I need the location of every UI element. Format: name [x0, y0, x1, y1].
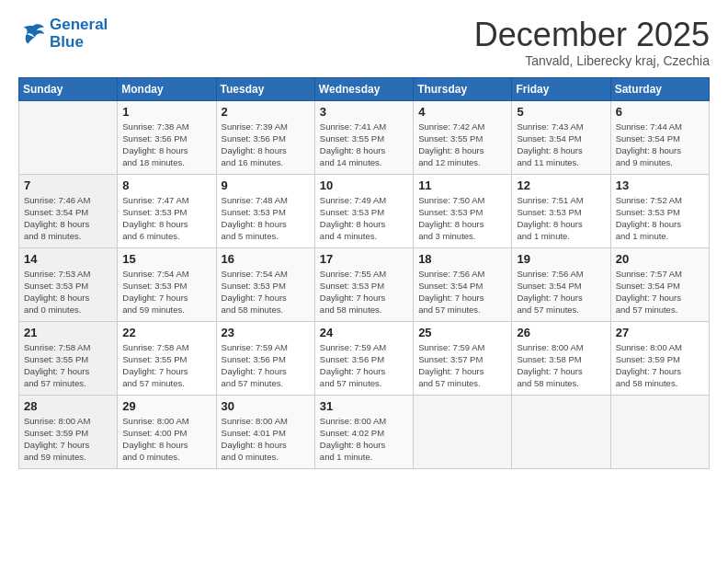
day-info: Sunrise: 8:00 AM Sunset: 4:01 PM Dayligh… — [222, 415, 310, 464]
day-info: Sunrise: 8:00 AM Sunset: 3:59 PM Dayligh… — [616, 341, 704, 390]
day-number: 6 — [616, 105, 704, 119]
table-row — [19, 100, 118, 174]
title-block: December 2025 Tanvald, Liberecky kraj, C… — [474, 17, 710, 68]
table-row: 4Sunrise: 7:42 AM Sunset: 3:55 PM Daylig… — [414, 100, 512, 174]
day-number: 17 — [320, 252, 408, 266]
calendar-week-row: 21Sunrise: 7:58 AM Sunset: 3:55 PM Dayli… — [19, 321, 710, 395]
day-number: 1 — [122, 105, 210, 119]
day-info: Sunrise: 7:57 AM Sunset: 3:54 PM Dayligh… — [616, 268, 704, 316]
day-info: Sunrise: 7:55 AM Sunset: 3:53 PM Dayligh… — [320, 268, 408, 316]
table-row: 24Sunrise: 7:59 AM Sunset: 3:56 PM Dayli… — [314, 321, 413, 395]
day-info: Sunrise: 7:42 AM Sunset: 3:55 PM Dayligh… — [418, 121, 506, 169]
table-row — [610, 395, 709, 468]
day-info: Sunrise: 7:53 AM Sunset: 3:53 PM Dayligh… — [24, 268, 112, 316]
day-info: Sunrise: 7:56 AM Sunset: 3:54 PM Dayligh… — [418, 268, 506, 316]
day-info: Sunrise: 7:58 AM Sunset: 3:55 PM Dayligh… — [122, 341, 210, 390]
day-number: 13 — [616, 178, 704, 192]
table-row: 22Sunrise: 7:58 AM Sunset: 3:55 PM Dayli… — [118, 321, 216, 395]
calendar-title: December 2025 — [474, 17, 710, 53]
calendar-subtitle: Tanvald, Liberecky kraj, Czechia — [474, 53, 710, 68]
table-row: 20Sunrise: 7:57 AM Sunset: 3:54 PM Dayli… — [610, 247, 709, 321]
header-wednesday: Wednesday — [314, 77, 413, 100]
day-info: Sunrise: 7:38 AM Sunset: 3:56 PM Dayligh… — [122, 121, 210, 169]
day-number: 21 — [24, 326, 112, 339]
day-number: 31 — [320, 399, 408, 413]
table-row: 31Sunrise: 8:00 AM Sunset: 4:02 PM Dayli… — [314, 395, 413, 468]
table-row: 29Sunrise: 8:00 AM Sunset: 4:00 PM Dayli… — [118, 395, 216, 468]
table-row — [512, 395, 610, 468]
day-info: Sunrise: 7:59 AM Sunset: 3:56 PM Dayligh… — [320, 341, 408, 390]
day-number: 20 — [616, 252, 704, 266]
table-row: 2Sunrise: 7:39 AM Sunset: 3:56 PM Daylig… — [216, 100, 314, 174]
day-number: 4 — [418, 105, 506, 119]
day-number: 2 — [222, 105, 310, 119]
table-row: 12Sunrise: 7:51 AM Sunset: 3:53 PM Dayli… — [512, 174, 610, 247]
header: General Blue December 2025 Tanvald, Libe… — [18, 17, 710, 68]
table-row: 13Sunrise: 7:52 AM Sunset: 3:53 PM Dayli… — [610, 174, 709, 247]
day-number: 11 — [418, 178, 506, 192]
day-info: Sunrise: 7:48 AM Sunset: 3:53 PM Dayligh… — [222, 194, 310, 243]
logo-icon — [18, 21, 46, 47]
day-number: 29 — [122, 399, 210, 413]
calendar-table: Sunday Monday Tuesday Wednesday Thursday… — [18, 77, 710, 469]
day-info: Sunrise: 7:54 AM Sunset: 3:53 PM Dayligh… — [122, 268, 210, 316]
table-row: 8Sunrise: 7:47 AM Sunset: 3:53 PM Daylig… — [118, 174, 216, 247]
header-saturday: Saturday — [610, 77, 709, 100]
table-row: 16Sunrise: 7:54 AM Sunset: 3:53 PM Dayli… — [216, 247, 314, 321]
day-info: Sunrise: 7:39 AM Sunset: 3:56 PM Dayligh… — [222, 121, 310, 169]
table-row: 5Sunrise: 7:43 AM Sunset: 3:54 PM Daylig… — [512, 100, 610, 174]
table-row: 23Sunrise: 7:59 AM Sunset: 3:56 PM Dayli… — [216, 321, 314, 395]
day-info: Sunrise: 7:59 AM Sunset: 3:56 PM Dayligh… — [222, 341, 310, 390]
table-row — [414, 395, 512, 468]
calendar-week-row: 14Sunrise: 7:53 AM Sunset: 3:53 PM Dayli… — [19, 247, 710, 321]
day-number: 9 — [222, 178, 310, 192]
table-row: 14Sunrise: 7:53 AM Sunset: 3:53 PM Dayli… — [19, 247, 118, 321]
table-row: 17Sunrise: 7:55 AM Sunset: 3:53 PM Dayli… — [314, 247, 413, 321]
calendar-week-row: 28Sunrise: 8:00 AM Sunset: 3:59 PM Dayli… — [19, 395, 710, 468]
day-number: 28 — [24, 399, 112, 413]
day-info: Sunrise: 7:52 AM Sunset: 3:53 PM Dayligh… — [616, 194, 704, 243]
day-number: 3 — [320, 105, 408, 119]
day-number: 18 — [418, 252, 506, 266]
table-row: 21Sunrise: 7:58 AM Sunset: 3:55 PM Dayli… — [19, 321, 118, 395]
table-row: 15Sunrise: 7:54 AM Sunset: 3:53 PM Dayli… — [118, 247, 216, 321]
day-info: Sunrise: 8:00 AM Sunset: 4:02 PM Dayligh… — [320, 415, 408, 464]
header-monday: Monday — [118, 77, 216, 100]
day-info: Sunrise: 7:44 AM Sunset: 3:54 PM Dayligh… — [616, 121, 704, 169]
day-info: Sunrise: 7:41 AM Sunset: 3:55 PM Dayligh… — [320, 121, 408, 169]
day-number: 8 — [122, 178, 210, 192]
header-thursday: Thursday — [414, 77, 512, 100]
day-number: 15 — [122, 252, 210, 266]
day-number: 22 — [122, 326, 210, 339]
day-info: Sunrise: 8:00 AM Sunset: 3:59 PM Dayligh… — [24, 415, 112, 464]
table-row: 6Sunrise: 7:44 AM Sunset: 3:54 PM Daylig… — [610, 100, 709, 174]
page: General Blue December 2025 Tanvald, Libe… — [0, 0, 728, 478]
logo: General Blue — [18, 17, 108, 51]
table-row: 3Sunrise: 7:41 AM Sunset: 3:55 PM Daylig… — [314, 100, 413, 174]
header-sunday: Sunday — [19, 77, 118, 100]
day-number: 14 — [24, 252, 112, 266]
table-row: 7Sunrise: 7:46 AM Sunset: 3:54 PM Daylig… — [19, 174, 118, 247]
calendar-week-row: 1Sunrise: 7:38 AM Sunset: 3:56 PM Daylig… — [19, 100, 710, 174]
day-number: 27 — [616, 326, 704, 339]
table-row: 27Sunrise: 8:00 AM Sunset: 3:59 PM Dayli… — [610, 321, 709, 395]
table-row: 25Sunrise: 7:59 AM Sunset: 3:57 PM Dayli… — [414, 321, 512, 395]
day-info: Sunrise: 7:43 AM Sunset: 3:54 PM Dayligh… — [517, 121, 605, 169]
table-row: 10Sunrise: 7:49 AM Sunset: 3:53 PM Dayli… — [314, 174, 413, 247]
day-number: 16 — [222, 252, 310, 266]
day-info: Sunrise: 7:50 AM Sunset: 3:53 PM Dayligh… — [418, 194, 506, 243]
table-row: 1Sunrise: 7:38 AM Sunset: 3:56 PM Daylig… — [118, 100, 216, 174]
table-row: 18Sunrise: 7:56 AM Sunset: 3:54 PM Dayli… — [414, 247, 512, 321]
day-number: 24 — [320, 326, 408, 339]
day-number: 7 — [24, 178, 112, 192]
day-info: Sunrise: 7:58 AM Sunset: 3:55 PM Dayligh… — [24, 341, 112, 390]
day-info: Sunrise: 7:54 AM Sunset: 3:53 PM Dayligh… — [222, 268, 310, 316]
day-info: Sunrise: 7:56 AM Sunset: 3:54 PM Dayligh… — [517, 268, 605, 316]
table-row: 26Sunrise: 8:00 AM Sunset: 3:58 PM Dayli… — [512, 321, 610, 395]
table-row: 9Sunrise: 7:48 AM Sunset: 3:53 PM Daylig… — [216, 174, 314, 247]
day-info: Sunrise: 8:00 AM Sunset: 4:00 PM Dayligh… — [122, 415, 210, 464]
calendar-week-row: 7Sunrise: 7:46 AM Sunset: 3:54 PM Daylig… — [19, 174, 710, 247]
day-number: 12 — [517, 178, 605, 192]
logo-text: General Blue — [50, 17, 108, 51]
day-info: Sunrise: 7:51 AM Sunset: 3:53 PM Dayligh… — [517, 194, 605, 243]
